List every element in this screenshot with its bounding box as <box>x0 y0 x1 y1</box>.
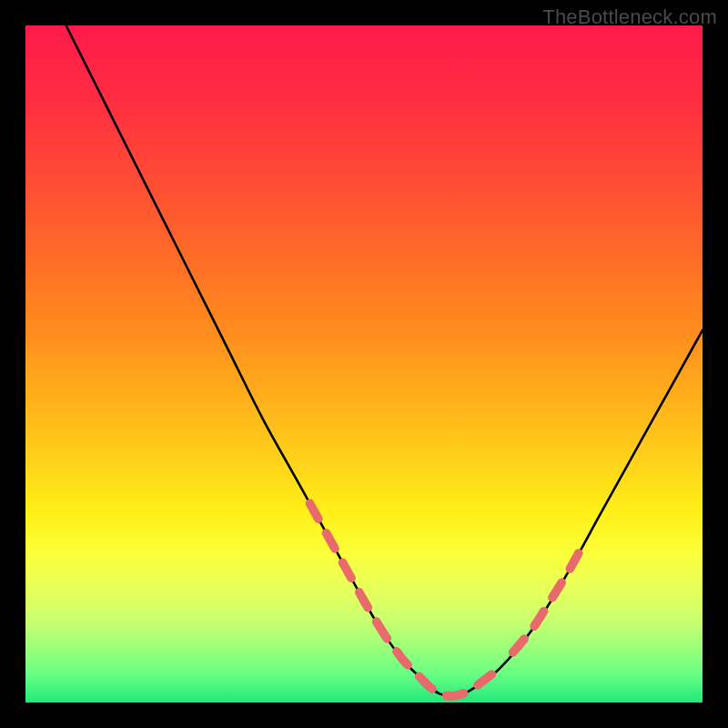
plot-area <box>25 25 703 703</box>
highlight-segment <box>378 623 500 696</box>
highlight-segment <box>513 550 581 652</box>
bottleneck-curve <box>66 25 703 697</box>
highlight-segment <box>309 503 377 623</box>
outer-frame: TheBottleneck.com <box>0 0 728 728</box>
watermark-text: TheBottleneck.com <box>542 5 717 29</box>
curve-layer <box>25 25 703 703</box>
highlight-dashes <box>309 503 581 696</box>
